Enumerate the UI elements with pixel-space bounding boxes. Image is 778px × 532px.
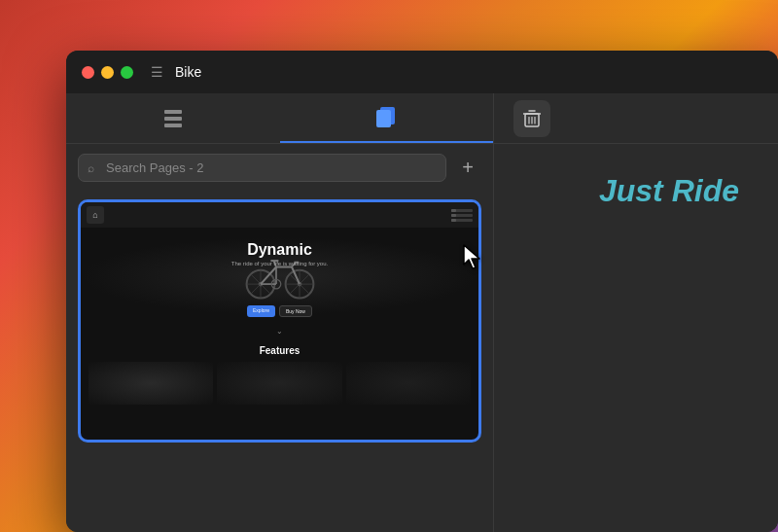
app-window: ☰ Bike xyxy=(66,51,778,532)
page-icon-front xyxy=(376,110,391,127)
layer-line-2 xyxy=(164,117,182,121)
layer-line-3 xyxy=(164,124,182,127)
menu-icon[interactable]: ☰ xyxy=(151,64,163,80)
layers-icon xyxy=(162,108,184,129)
trash-icon xyxy=(523,109,541,128)
just-ride-heading: Just Ride xyxy=(599,173,739,209)
thumb-hero: Dynamic The ride of your life is waiting… xyxy=(81,228,478,325)
page-thumbnail-dynamic[interactable]: ⌂ Dynamic The ride of your life is waiti… xyxy=(78,199,481,443)
delete-page-button[interactable] xyxy=(513,100,550,137)
search-bar-container: ⌕ + xyxy=(66,144,493,192)
tab-layers[interactable] xyxy=(66,93,280,143)
thumb-dots xyxy=(451,209,473,222)
thumb-dot-2 xyxy=(451,214,473,217)
thumb-dot-3 xyxy=(451,219,473,222)
thumb-explore-btn: Explore xyxy=(247,305,275,317)
thumb-page-title: Dynamic xyxy=(247,241,312,259)
thumb-page-subtitle: The ride of your life is waiting for you… xyxy=(231,261,328,266)
window-title: Bike xyxy=(175,64,201,80)
sidebar: ⌕ + ⌂ xyxy=(66,93,494,532)
thumb-dot-1 xyxy=(451,209,473,212)
thumb-features-title: Features xyxy=(88,345,471,356)
tab-pages[interactable] xyxy=(280,93,494,143)
search-input-wrapper: ⌕ xyxy=(78,154,446,182)
thumb-buttons: Explore Buy Now xyxy=(247,305,312,317)
search-input[interactable] xyxy=(78,154,446,182)
thumb-feature-3 xyxy=(346,362,471,405)
thumb-feature-2 xyxy=(217,362,341,405)
close-button[interactable] xyxy=(82,66,94,79)
tab-bar xyxy=(66,93,493,144)
thumb-features: Features xyxy=(81,337,478,415)
maximize-button[interactable] xyxy=(121,66,133,79)
layer-line-1 xyxy=(164,110,182,114)
thumb-feature-grid xyxy=(88,362,471,405)
right-toolbar xyxy=(494,93,778,144)
right-content: Just Ride xyxy=(494,144,778,532)
pages-list: ⌂ Dynamic The ride of your life is waiti… xyxy=(66,192,493,532)
pages-icon xyxy=(376,107,396,128)
main-content: ⌕ + ⌂ xyxy=(66,93,778,532)
add-page-button[interactable]: + xyxy=(454,155,481,182)
title-bar: ☰ Bike xyxy=(66,51,778,93)
traffic-lights xyxy=(82,66,133,79)
thumb-header: ⌂ xyxy=(81,202,478,228)
thumb-home-icon: ⌂ xyxy=(87,206,104,224)
search-icon: ⌕ xyxy=(88,161,94,175)
minimize-button[interactable] xyxy=(101,66,114,79)
thumb-chevron: ⌄ xyxy=(81,325,478,337)
right-panel: Just Ride xyxy=(494,93,778,532)
thumb-buy-btn: Buy Now xyxy=(279,305,312,317)
thumb-feature-1 xyxy=(88,362,213,405)
